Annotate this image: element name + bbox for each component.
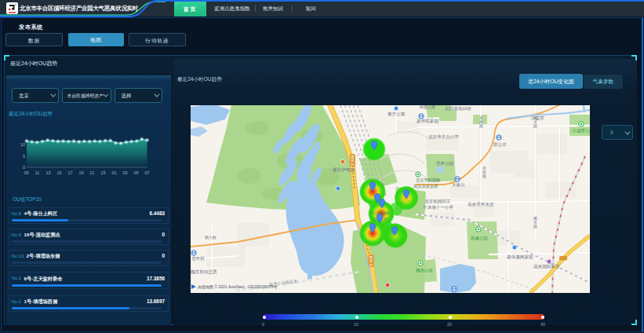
svg-text:新华联家园: 新华联家园 bbox=[417, 119, 438, 123]
svg-text:北京市丰台八中: 北京市丰台八中 bbox=[428, 134, 459, 140]
svg-text:高德地图 © 2021 AutoNavi - GS(2021: 高德地图 © 2021 AutoNavi - GS(2021)6375号 bbox=[198, 284, 278, 290]
svg-text:樊羊路: 樊羊路 bbox=[533, 216, 537, 229]
svg-text:槐房公园: 槐房公园 bbox=[416, 268, 433, 273]
svg-text:丰科路: 丰科路 bbox=[482, 166, 486, 178]
svg-text:郭公庄: 郭公庄 bbox=[493, 142, 507, 148]
svg-text:世界公园: 世界公园 bbox=[436, 161, 453, 166]
svg-text:13: 13 bbox=[46, 170, 51, 175]
svg-text:北京铁路职工: 北京铁路职工 bbox=[424, 199, 451, 204]
svg-text:横六村: 横六村 bbox=[205, 235, 216, 240]
svg-text:樊羊路: 樊羊路 bbox=[533, 115, 537, 128]
svg-text:21: 21 bbox=[90, 170, 95, 175]
svg-text:槐文村回迁房: 槐文村回迁房 bbox=[191, 269, 217, 275]
svg-text:07: 07 bbox=[145, 170, 150, 175]
svg-text:15: 15 bbox=[57, 170, 62, 175]
svg-text:总部基地10区: 总部基地10区 bbox=[444, 106, 472, 112]
svg-text:看丹公寓: 看丹公寓 bbox=[387, 112, 406, 117]
svg-text:丰科路: 丰科路 bbox=[479, 115, 483, 128]
svg-text:白盆窑公园: 白盆窑公园 bbox=[573, 128, 590, 134]
svg-text:03: 03 bbox=[123, 170, 128, 175]
svg-text:高鑫公园: 高鑫公园 bbox=[471, 236, 488, 241]
svg-text:南苑环: 南苑环 bbox=[350, 155, 355, 166]
svg-text:花乡国际家居: 花乡国际家居 bbox=[533, 264, 560, 269]
svg-text:北京华科国际: 北京华科国际 bbox=[415, 177, 440, 183]
svg-text:花乡世界名居: 花乡世界名居 bbox=[468, 202, 494, 207]
svg-text:泰保康闵家园: 泰保康闵家园 bbox=[507, 254, 533, 260]
svg-text:子弟第十一小学: 子弟第十一小学 bbox=[423, 205, 454, 210]
svg-text:19: 19 bbox=[79, 170, 84, 175]
svg-text:23: 23 bbox=[101, 170, 106, 175]
svg-text:高尔夫俱乐部: 高尔夫俱乐部 bbox=[413, 184, 438, 189]
svg-text:01: 01 bbox=[112, 170, 117, 175]
svg-text:11: 11 bbox=[35, 170, 40, 175]
svg-text:南苑环: 南苑环 bbox=[369, 255, 373, 267]
svg-text:0: 0 bbox=[23, 165, 25, 170]
svg-text:大葆台: 大葆台 bbox=[452, 182, 465, 188]
svg-text:紫谷伊甸园: 紫谷伊甸园 bbox=[333, 167, 355, 173]
svg-text:17: 17 bbox=[68, 170, 73, 175]
svg-text:5: 5 bbox=[23, 154, 25, 159]
svg-text:09: 09 bbox=[24, 170, 29, 175]
svg-text:05: 05 bbox=[134, 170, 139, 175]
svg-text:造甲村: 造甲村 bbox=[191, 256, 205, 262]
svg-text:10: 10 bbox=[20, 142, 25, 147]
